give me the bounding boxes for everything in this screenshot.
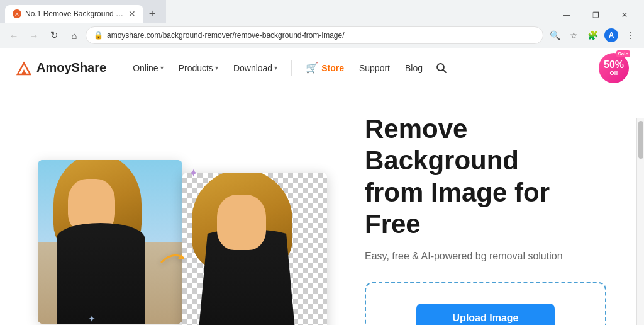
before-image bbox=[38, 160, 182, 324]
logo-text: AmoyShare bbox=[36, 60, 106, 75]
browser-tab[interactable]: A No.1 Remove Background from... ✕ bbox=[5, 5, 143, 23]
nav-online-chevron: ▾ bbox=[160, 64, 164, 71]
nav-products[interactable]: Products ▾ bbox=[172, 59, 225, 77]
lock-icon: 🔒 bbox=[94, 31, 103, 40]
home-button[interactable]: ⌂ bbox=[65, 26, 83, 44]
hero-text: Remove Backgroundfrom Image for Free Eas… bbox=[365, 113, 606, 325]
sale-off: Off bbox=[610, 71, 618, 76]
upload-zone[interactable]: Upload Image or drag and drop an image bbox=[365, 282, 606, 325]
store-cart-icon: 🛒 bbox=[306, 62, 318, 74]
nav-support[interactable]: Support bbox=[353, 59, 396, 77]
nav-blog-label: Blog bbox=[405, 63, 423, 73]
arrow-icon bbox=[160, 248, 186, 267]
tab-favicon: A bbox=[13, 9, 21, 18]
sale-percent: 50% bbox=[604, 59, 624, 71]
profile-avatar: A bbox=[604, 28, 618, 42]
hero-section: ✦ ✦ Remove Backgroundfrom Image for Free… bbox=[0, 88, 644, 325]
bookmark-icon[interactable]: ☆ bbox=[565, 26, 582, 44]
nav-links: Online ▾ Products ▾ Download ▾ 🛒 Store S… bbox=[126, 58, 594, 78]
close-button[interactable]: ✕ bbox=[610, 5, 639, 25]
reload-button[interactable]: ↻ bbox=[45, 26, 63, 44]
extensions-icon[interactable]: 🧩 bbox=[584, 26, 601, 44]
nav-store-label: Store bbox=[321, 63, 344, 73]
hero-title: Remove Backgroundfrom Image for Free bbox=[365, 113, 606, 241]
svg-marker-1 bbox=[21, 69, 26, 74]
logo[interactable]: AmoyShare bbox=[15, 59, 106, 77]
more-menu-icon[interactable]: ⋮ bbox=[621, 26, 639, 44]
svg-line-3 bbox=[443, 69, 447, 72]
nav-products-label: Products bbox=[179, 63, 213, 73]
navbar: AmoyShare Online ▾ Products ▾ Download ▾… bbox=[0, 48, 644, 88]
nav-download-label: Download bbox=[233, 63, 272, 73]
after-image bbox=[182, 173, 327, 325]
browser-menu-icon[interactable]: A bbox=[602, 26, 620, 44]
transition-arrow bbox=[160, 248, 186, 272]
search-icon[interactable]: 🔍 bbox=[546, 26, 564, 44]
nav-blog[interactable]: Blog bbox=[399, 59, 429, 77]
scrollbar[interactable] bbox=[636, 118, 644, 325]
sparkle-decoration-1: ✦ bbox=[189, 166, 198, 180]
hero-subtitle: Easy, free & AI-powered bg removal solut… bbox=[365, 251, 606, 262]
tab-close-button[interactable]: ✕ bbox=[128, 9, 136, 18]
new-tab-button[interactable]: + bbox=[143, 5, 161, 23]
maximize-button[interactable]: ❐ bbox=[581, 5, 610, 25]
nav-support-label: Support bbox=[359, 63, 390, 73]
nav-download[interactable]: Download ▾ bbox=[227, 59, 284, 77]
scrollbar-thumb[interactable] bbox=[638, 121, 643, 159]
sale-badge[interactable]: Sale 50% Off bbox=[599, 53, 629, 83]
nav-products-chevron: ▾ bbox=[215, 64, 218, 71]
search-icon bbox=[436, 62, 447, 74]
sparkle-decoration-2: ✦ bbox=[88, 314, 96, 324]
upload-image-button[interactable]: Upload Image bbox=[416, 304, 555, 325]
nav-online-label: Online bbox=[133, 63, 158, 73]
back-button[interactable]: ← bbox=[5, 26, 23, 44]
minimize-button[interactable]: — bbox=[552, 5, 581, 25]
nav-search-button[interactable] bbox=[431, 58, 452, 78]
sale-label: Sale bbox=[616, 50, 630, 57]
forward-button[interactable]: → bbox=[25, 26, 43, 44]
nav-download-chevron: ▾ bbox=[274, 64, 277, 71]
address-text: amoyshare.com/background-remover/remove-… bbox=[107, 31, 535, 40]
hero-images: ✦ ✦ bbox=[38, 147, 327, 325]
address-bar[interactable]: 🔒 amoyshare.com/background-remover/remov… bbox=[86, 26, 543, 44]
nav-store[interactable]: 🛒 Store bbox=[299, 58, 350, 77]
nav-online[interactable]: Online ▾ bbox=[126, 59, 169, 77]
tab-title: No.1 Remove Background from... bbox=[25, 9, 125, 18]
nav-divider bbox=[291, 60, 292, 76]
logo-icon bbox=[15, 59, 33, 77]
